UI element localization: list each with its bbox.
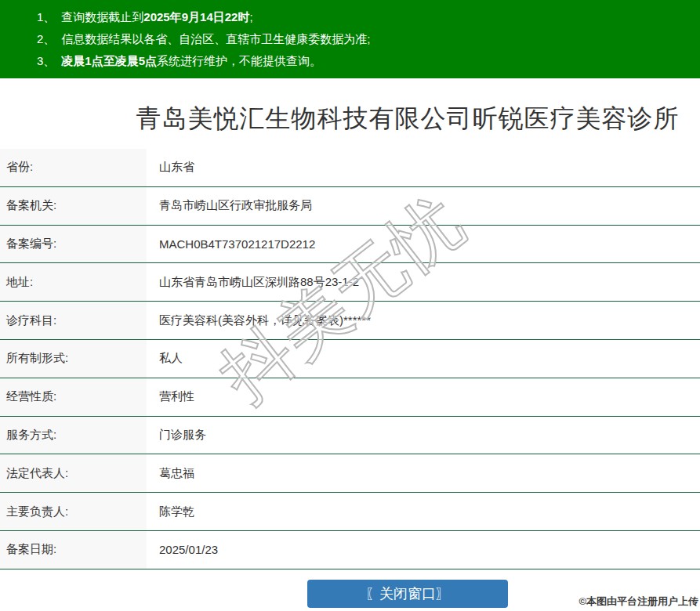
table-row: 法定代表人:葛忠福	[0, 454, 700, 493]
row-value: 葛忠福	[147, 454, 700, 492]
notice-text-bold: 凌晨1点至凌晨5点	[61, 54, 157, 67]
table-row: 备案编号:MACH0B4T737021217D2212	[0, 226, 700, 264]
content-container: 青岛美悦汇生物科技有限公司昕锐医疗美容诊所 省份:山东省备案机关:青岛市崂山区行…	[0, 78, 700, 608]
table-row: 经营性质:营利性	[0, 378, 700, 417]
notice-number: 2、	[37, 32, 55, 45]
row-value: 医疗美容科(美容外科，详见备案表)******	[147, 302, 700, 339]
notice-line: 3、凌晨1点至凌晨5点系统进行维护，不能提供查询。	[37, 50, 700, 72]
notice-text: 系统进行维护，不能提供查询。	[157, 54, 321, 67]
page-title: 青岛美悦汇生物科技有限公司昕锐医疗美容诊所	[0, 78, 700, 132]
notice-text: 信息数据结果以各省、自治区、直辖市卫生健康委数据为准;	[61, 32, 370, 45]
row-label: 主要负责人:	[0, 493, 147, 530]
table-row: 主要负责人:陈学乾	[0, 493, 700, 531]
row-value: 门诊服务	[147, 417, 700, 454]
table-row: 诊疗科目:医疗美容科(美容外科，详见备案表)******	[0, 302, 700, 340]
notice-text: 查询数据截止到	[61, 10, 143, 24]
row-label: 服务方式:	[0, 417, 147, 454]
notice-text-bold: 2025年9月14日22时	[143, 10, 249, 24]
table-row: 备案日期:2025/01/23	[0, 531, 700, 569]
row-label: 备案日期:	[0, 531, 147, 569]
row-label: 备案编号:	[0, 226, 147, 263]
notice-banner: 1、查询数据截止到2025年9月14日22时;2、信息数据结果以各省、自治区、直…	[0, 0, 700, 78]
row-label: 省份:	[0, 149, 147, 186]
row-label: 地址:	[0, 263, 147, 301]
close-window-button[interactable]: 〖关闭窗口〗	[307, 580, 508, 608]
row-value: 2025/01/23	[147, 531, 700, 569]
notice-text: ;	[249, 10, 252, 24]
registration-info-table: 省份:山东省备案机关:青岛市崂山区行政审批服务局备案编号:MACH0B4T737…	[0, 149, 700, 569]
row-value: 陈学乾	[147, 493, 700, 530]
row-value: 营利性	[147, 378, 700, 416]
row-value: 山东省	[147, 149, 700, 186]
row-label: 所有制形式:	[0, 340, 147, 378]
notice-line: 2、信息数据结果以各省、自治区、直辖市卫生健康委数据为准;	[37, 28, 700, 50]
notice-line: 1、查询数据截止到2025年9月14日22时;	[37, 6, 700, 28]
row-value: MACH0B4T737021217D2212	[147, 226, 700, 263]
table-row: 备案机关:青岛市崂山区行政审批服务局	[0, 187, 700, 226]
row-label: 备案机关:	[0, 187, 147, 225]
table-row: 服务方式:门诊服务	[0, 417, 700, 455]
row-value: 私人	[147, 340, 700, 378]
row-label: 诊疗科目:	[0, 302, 147, 339]
table-row: 所有制形式:私人	[0, 340, 700, 378]
row-value: 青岛市崂山区行政审批服务局	[147, 187, 700, 225]
notice-number: 1、	[37, 10, 55, 24]
table-row: 省份:山东省	[0, 149, 700, 187]
notice-number: 3、	[37, 54, 55, 67]
row-label: 经营性质:	[0, 378, 147, 416]
row-label: 法定代表人:	[0, 454, 147, 492]
row-value: 山东省青岛市崂山区深圳路88号23-1-2	[147, 263, 700, 301]
table-row: 地址:山东省青岛市崂山区深圳路88号23-1-2	[0, 263, 700, 302]
copyright-note: ©本图由平台注册用户上传	[578, 595, 698, 609]
